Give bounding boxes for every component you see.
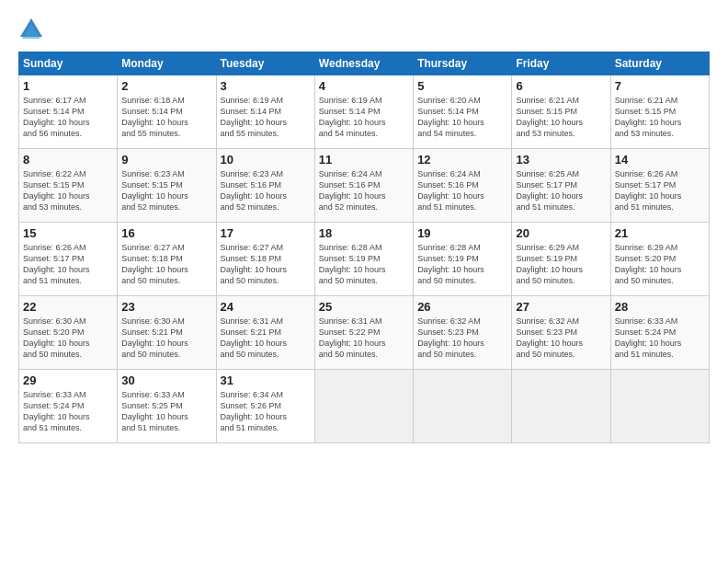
day-number: 25 bbox=[319, 300, 409, 314]
calendar-cell: 16Sunrise: 6:27 AMSunset: 5:18 PMDayligh… bbox=[118, 223, 216, 296]
day-info: Sunrise: 6:18 AMSunset: 5:14 PMDaylight:… bbox=[121, 95, 211, 140]
calendar-cell: 23Sunrise: 6:30 AMSunset: 5:21 PMDayligh… bbox=[118, 296, 216, 370]
calendar-cell bbox=[512, 370, 610, 443]
day-number: 13 bbox=[516, 153, 606, 167]
calendar-cell: 28Sunrise: 6:33 AMSunset: 5:24 PMDayligh… bbox=[610, 296, 709, 370]
day-number: 28 bbox=[615, 300, 705, 314]
calendar-cell bbox=[610, 370, 709, 443]
calendar-cell: 19Sunrise: 6:28 AMSunset: 5:19 PMDayligh… bbox=[414, 223, 512, 296]
week-row-5: 29Sunrise: 6:33 AMSunset: 5:24 PMDayligh… bbox=[19, 370, 710, 443]
day-info: Sunrise: 6:31 AMSunset: 5:21 PMDaylight:… bbox=[221, 316, 311, 361]
calendar-cell: 2Sunrise: 6:18 AMSunset: 5:14 PMDaylight… bbox=[118, 75, 216, 149]
day-info: Sunrise: 6:17 AMSunset: 5:14 PMDaylight:… bbox=[23, 95, 113, 140]
calendar-cell: 1Sunrise: 6:17 AMSunset: 5:14 PMDaylight… bbox=[19, 75, 118, 149]
calendar-cell: 11Sunrise: 6:24 AMSunset: 5:16 PMDayligh… bbox=[314, 149, 413, 223]
day-number: 21 bbox=[615, 226, 705, 240]
day-number: 31 bbox=[221, 373, 311, 387]
day-number: 29 bbox=[23, 373, 113, 387]
week-row-1: 1Sunrise: 6:17 AMSunset: 5:14 PMDaylight… bbox=[19, 75, 710, 149]
day-number: 15 bbox=[23, 226, 113, 240]
header-day-wednesday: Wednesday bbox=[314, 52, 413, 75]
week-row-2: 8Sunrise: 6:22 AMSunset: 5:15 PMDaylight… bbox=[19, 149, 710, 223]
day-info: Sunrise: 6:22 AMSunset: 5:15 PMDaylight:… bbox=[23, 168, 113, 213]
calendar-cell bbox=[314, 370, 413, 443]
day-number: 6 bbox=[516, 79, 606, 93]
calendar-cell: 14Sunrise: 6:26 AMSunset: 5:17 PMDayligh… bbox=[610, 149, 709, 223]
day-number: 12 bbox=[417, 153, 507, 167]
calendar-cell: 7Sunrise: 6:21 AMSunset: 5:15 PMDaylight… bbox=[610, 75, 709, 149]
header-day-sunday: Sunday bbox=[19, 52, 118, 75]
week-row-3: 15Sunrise: 6:26 AMSunset: 5:17 PMDayligh… bbox=[19, 223, 710, 296]
day-info: Sunrise: 6:31 AMSunset: 5:22 PMDaylight:… bbox=[319, 316, 409, 361]
day-number: 8 bbox=[23, 153, 113, 167]
day-info: Sunrise: 6:21 AMSunset: 5:15 PMDaylight:… bbox=[615, 95, 705, 140]
day-number: 9 bbox=[121, 153, 211, 167]
day-info: Sunrise: 6:34 AMSunset: 5:26 PMDaylight:… bbox=[221, 389, 311, 434]
day-info: Sunrise: 6:19 AMSunset: 5:14 PMDaylight:… bbox=[221, 95, 311, 140]
header-day-saturday: Saturday bbox=[610, 52, 709, 75]
day-number: 26 bbox=[417, 300, 507, 314]
day-info: Sunrise: 6:20 AMSunset: 5:14 PMDaylight:… bbox=[417, 95, 507, 140]
day-number: 2 bbox=[121, 79, 211, 93]
calendar-cell: 15Sunrise: 6:26 AMSunset: 5:17 PMDayligh… bbox=[19, 223, 118, 296]
day-info: Sunrise: 6:29 AMSunset: 5:19 PMDaylight:… bbox=[516, 242, 606, 287]
day-info: Sunrise: 6:33 AMSunset: 5:24 PMDaylight:… bbox=[23, 389, 113, 434]
day-info: Sunrise: 6:23 AMSunset: 5:15 PMDaylight:… bbox=[121, 168, 211, 213]
day-info: Sunrise: 6:27 AMSunset: 5:18 PMDaylight:… bbox=[221, 242, 311, 287]
day-info: Sunrise: 6:27 AMSunset: 5:18 PMDaylight:… bbox=[121, 242, 211, 287]
calendar-cell: 20Sunrise: 6:29 AMSunset: 5:19 PMDayligh… bbox=[512, 223, 610, 296]
day-info: Sunrise: 6:26 AMSunset: 5:17 PMDaylight:… bbox=[23, 242, 113, 287]
day-number: 14 bbox=[615, 153, 705, 167]
calendar-cell: 18Sunrise: 6:28 AMSunset: 5:19 PMDayligh… bbox=[314, 223, 413, 296]
day-number: 16 bbox=[121, 226, 211, 240]
calendar-cell: 22Sunrise: 6:30 AMSunset: 5:20 PMDayligh… bbox=[19, 296, 118, 370]
day-info: Sunrise: 6:30 AMSunset: 5:20 PMDaylight:… bbox=[23, 316, 113, 361]
header-day-tuesday: Tuesday bbox=[216, 52, 314, 75]
day-number: 10 bbox=[221, 153, 311, 167]
day-info: Sunrise: 6:28 AMSunset: 5:19 PMDaylight:… bbox=[417, 242, 507, 287]
calendar-cell: 6Sunrise: 6:21 AMSunset: 5:15 PMDaylight… bbox=[512, 75, 610, 149]
day-info: Sunrise: 6:26 AMSunset: 5:17 PMDaylight:… bbox=[615, 168, 705, 213]
day-number: 23 bbox=[121, 300, 211, 314]
day-info: Sunrise: 6:23 AMSunset: 5:16 PMDaylight:… bbox=[221, 168, 311, 213]
day-number: 20 bbox=[516, 226, 606, 240]
header-day-friday: Friday bbox=[512, 52, 610, 75]
calendar-cell: 24Sunrise: 6:31 AMSunset: 5:21 PMDayligh… bbox=[216, 296, 314, 370]
header-day-monday: Monday bbox=[118, 52, 216, 75]
day-info: Sunrise: 6:30 AMSunset: 5:21 PMDaylight:… bbox=[121, 316, 211, 361]
header bbox=[18, 17, 710, 42]
day-info: Sunrise: 6:32 AMSunset: 5:23 PMDaylight:… bbox=[516, 316, 606, 361]
day-number: 7 bbox=[615, 79, 705, 93]
header-day-thursday: Thursday bbox=[414, 52, 512, 75]
calendar-cell: 4Sunrise: 6:19 AMSunset: 5:14 PMDaylight… bbox=[314, 75, 413, 149]
calendar-cell: 27Sunrise: 6:32 AMSunset: 5:23 PMDayligh… bbox=[512, 296, 610, 370]
day-info: Sunrise: 6:24 AMSunset: 5:16 PMDaylight:… bbox=[417, 168, 507, 213]
calendar-cell: 21Sunrise: 6:29 AMSunset: 5:20 PMDayligh… bbox=[610, 223, 709, 296]
logo bbox=[18, 17, 48, 42]
calendar-cell bbox=[414, 370, 512, 443]
calendar-cell: 17Sunrise: 6:27 AMSunset: 5:18 PMDayligh… bbox=[216, 223, 314, 296]
day-info: Sunrise: 6:25 AMSunset: 5:17 PMDaylight:… bbox=[516, 168, 606, 213]
calendar-cell: 31Sunrise: 6:34 AMSunset: 5:26 PMDayligh… bbox=[216, 370, 314, 443]
day-number: 30 bbox=[121, 373, 211, 387]
calendar-cell: 3Sunrise: 6:19 AMSunset: 5:14 PMDaylight… bbox=[216, 75, 314, 149]
day-info: Sunrise: 6:19 AMSunset: 5:14 PMDaylight:… bbox=[319, 95, 409, 140]
day-number: 22 bbox=[23, 300, 113, 314]
day-number: 3 bbox=[221, 79, 311, 93]
calendar-cell: 13Sunrise: 6:25 AMSunset: 5:17 PMDayligh… bbox=[512, 149, 610, 223]
calendar-cell: 29Sunrise: 6:33 AMSunset: 5:24 PMDayligh… bbox=[19, 370, 118, 443]
day-number: 5 bbox=[417, 79, 507, 93]
logo-icon bbox=[18, 17, 44, 42]
week-row-4: 22Sunrise: 6:30 AMSunset: 5:20 PMDayligh… bbox=[19, 296, 710, 370]
day-number: 27 bbox=[516, 300, 606, 314]
header-row: SundayMondayTuesdayWednesdayThursdayFrid… bbox=[19, 52, 710, 75]
calendar-cell: 25Sunrise: 6:31 AMSunset: 5:22 PMDayligh… bbox=[314, 296, 413, 370]
day-number: 19 bbox=[417, 226, 507, 240]
day-number: 24 bbox=[221, 300, 311, 314]
calendar-cell: 8Sunrise: 6:22 AMSunset: 5:15 PMDaylight… bbox=[19, 149, 118, 223]
day-number: 1 bbox=[23, 79, 113, 93]
calendar-cell: 26Sunrise: 6:32 AMSunset: 5:23 PMDayligh… bbox=[414, 296, 512, 370]
day-info: Sunrise: 6:33 AMSunset: 5:24 PMDaylight:… bbox=[615, 316, 705, 361]
day-number: 11 bbox=[319, 153, 409, 167]
calendar-table: SundayMondayTuesdayWednesdayThursdayFrid… bbox=[18, 52, 710, 443]
